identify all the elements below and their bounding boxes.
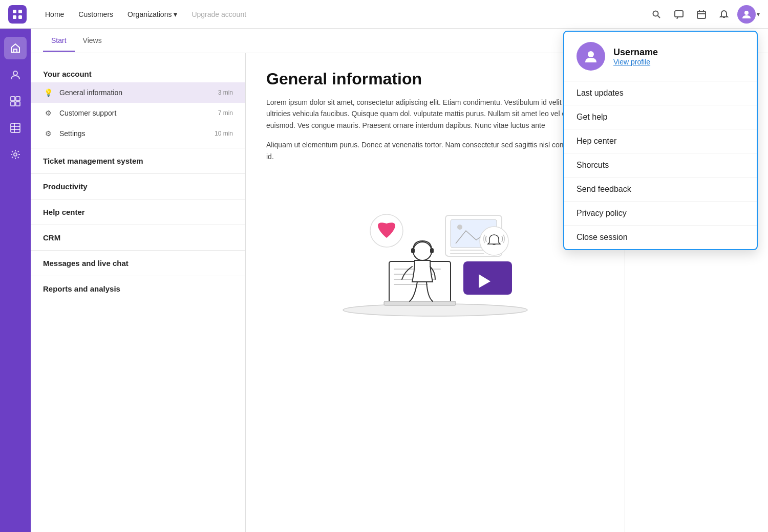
svg-point-4 [653,11,658,16]
dropdown-last-updates[interactable]: Last updates [564,81,757,105]
content-title: General information [266,70,604,88]
section-reports: Reports and analysis [31,280,245,297]
svg-rect-7 [697,11,706,18]
svg-rect-19 [11,123,20,132]
svg-point-12 [744,11,749,15]
content-paragraph-2: Aliquam ut elementum purus. Donec at ven… [266,139,604,162]
svg-rect-13 [14,49,17,52]
menu-item-settings-label: Settings [59,129,215,138]
svg-rect-26 [384,301,456,305]
svg-rect-33 [430,248,434,253]
content-paragraph-1: Lorem ipsum dolor sit amet, consectetur … [266,97,604,131]
svg-rect-1 [18,10,22,13]
user-avatar[interactable] [737,5,756,24]
user-dropdown: Username View profile Last updates Get h… [563,31,758,250]
sidebar-icon-grid[interactable] [4,90,27,113]
dropdown-header: Username View profile [564,32,757,81]
svg-rect-3 [18,15,22,19]
avatar-dropdown-arrow[interactable]: ▾ [757,11,760,18]
section-help-center: Help center [31,204,245,220]
nav-organizations[interactable]: Organizations ▾ [121,7,183,21]
nav-actions: ▾ [647,5,760,24]
section-productivity: Productivity [31,178,245,195]
dropdown-get-help[interactable]: Get help [564,105,757,129]
section-crm: CRM [31,229,245,246]
menu-item-general-label: General information [59,88,218,97]
sidebar-icon-table[interactable] [4,117,27,139]
search-button[interactable] [647,5,666,24]
dropdown-close-session[interactable]: Close session [564,226,757,249]
section-messages: Messages and live chat [31,255,245,272]
bulb-icon: 💡 [43,87,53,98]
svg-rect-2 [13,15,16,19]
menu-item-support-time: 7 min [218,109,233,117]
svg-rect-6 [675,11,683,17]
svg-point-47 [588,51,594,57]
sidebar-icon-home[interactable] [4,37,27,59]
svg-point-14 [13,71,17,75]
menu-item-settings-time: 10 min [215,130,233,137]
nav-customers[interactable]: Customers [72,7,119,21]
svg-rect-16 [16,97,20,101]
top-nav: Home Customers Organizations ▾ Upgrade a… [0,0,768,29]
dropdown-avatar [577,42,605,71]
menu-item-general-time: 3 min [218,89,233,96]
svg-rect-18 [16,102,20,106]
chat-button[interactable] [670,5,688,24]
app-logo[interactable] [8,5,27,24]
dropdown-shortcuts[interactable]: Shorcuts [564,153,757,178]
svg-point-24 [343,304,527,316]
left-sidebar [0,29,31,532]
dropdown-privacy-policy[interactable]: Privacy policy [564,202,757,226]
support-icon: ⚙ [43,108,53,118]
section-ticket: Ticket management system [31,152,245,169]
section-your-account: Your account [31,65,245,82]
nav-home[interactable]: Home [39,7,70,21]
sidebar-icon-users[interactable] [4,63,27,86]
svg-line-5 [658,15,660,18]
dropdown-send-feedback[interactable]: Send feedback [564,178,757,202]
dropdown-view-profile[interactable]: View profile [613,58,658,66]
menu-item-settings[interactable]: ⚙ Settings 10 min [31,123,245,144]
tab-start[interactable]: Start [43,30,75,52]
menu-item-general[interactable]: 💡 General information 3 min [31,82,245,103]
dropdown-username: Username [613,47,658,58]
tab-views[interactable]: Views [75,30,110,52]
sidebar-icon-settings[interactable] [4,143,27,166]
user-menu-trigger[interactable]: ▾ [737,5,760,24]
menu-item-support-label: Customer support [59,109,218,117]
nav-upgrade[interactable]: Upgrade account [185,7,252,21]
nav-links: Home Customers Organizations ▾ Upgrade a… [39,7,647,21]
svg-rect-32 [411,248,415,253]
svg-rect-39 [463,261,512,295]
dropdown-help-center[interactable]: Hep center [564,129,757,153]
svg-point-23 [14,153,17,156]
notifications-button[interactable] [715,5,733,24]
left-panel: Your account 💡 General information 3 min… [31,53,246,532]
svg-point-36 [457,225,462,230]
settings-icon: ⚙ [43,128,53,139]
calendar-button[interactable] [692,5,711,24]
svg-rect-17 [11,102,15,106]
menu-item-support[interactable]: ⚙ Customer support 7 min [31,103,245,123]
svg-rect-15 [11,97,15,101]
svg-rect-0 [13,10,16,13]
svg-point-31 [413,242,432,260]
illustration [333,174,538,318]
